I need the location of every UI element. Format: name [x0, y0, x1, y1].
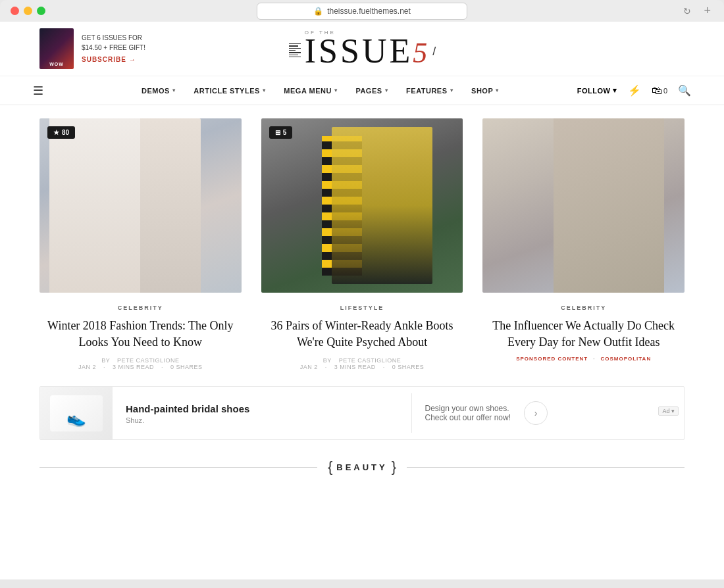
article-category-2: LIFESTYLE [261, 305, 463, 311]
nav-item-article-styles[interactable]: ARTICLE STYLES ▾ [194, 87, 265, 95]
ad-description-area: Design your own shoes.Check out our offe… [412, 401, 685, 425]
fashion-image-1 [39, 118, 242, 293]
browser-titlebar: 🔒 theissue.fuelthemes.net ↻ + [0, 7, 724, 22]
subscription-info: GET 6 ISSUES FOR $14.50 + FREE GIFT! SUB… [82, 33, 145, 64]
address-bar[interactable]: 🔒 theissue.fuelthemes.net [257, 3, 467, 20]
author-label: BY [101, 357, 112, 364]
nav-item-features[interactable]: FEATURES ▾ [406, 87, 453, 95]
url-text: theissue.fuelthemes.net [327, 7, 411, 16]
section-line-right [407, 467, 685, 468]
date-1: JAN 2 [78, 364, 96, 370]
article-image-1[interactable]: ★ 80 [39, 118, 242, 293]
ad-content: Hand-painted bridal shoes Shuz. [113, 403, 411, 425]
ad-arrow-button[interactable]: › [524, 401, 548, 425]
chevron-down-icon: ▾ [496, 87, 499, 93]
subscription-box: GET 6 ISSUES FOR $14.50 + FREE GIFT! SUB… [39, 28, 145, 69]
article-tags-3: SPONSORED CONTENT · COSMOPOLITAN [482, 356, 685, 362]
article-title-1[interactable]: Winter 2018 Fashion Trends: The Only Loo… [39, 318, 242, 351]
brace-close: } [392, 458, 396, 476]
nav-item-demos[interactable]: DEMOS ▾ [142, 87, 175, 95]
article-image-2[interactable]: ⊞ 5 [261, 118, 463, 293]
tag-sponsored[interactable]: SPONSORED CONTENT [516, 356, 588, 362]
chevron-down-icon: ▾ [385, 87, 388, 93]
shares-2: 0 SHARES [392, 364, 425, 370]
magazine-thumbnail [39, 28, 74, 69]
page-content: GET 6 ISSUES FOR $14.50 + FREE GIFT! SUB… [0, 22, 724, 579]
fashion-image-3 [482, 118, 685, 293]
ad-title: Hand-painted bridal shoes [126, 403, 398, 416]
gallery-icon: ⊞ [275, 129, 280, 136]
logo-slash: / [432, 45, 436, 59]
author-1: PETE CASTIGLIONE [117, 357, 180, 364]
nav-items: DEMOS ▾ ARTICLE STYLES ▾ MEGA MENU ▾ PAG… [63, 87, 577, 95]
chevron-down-icon: ▾ [334, 87, 338, 93]
article-meta-2: BY PETE CASTIGLIONE JAN 2 · 3 MINS READ … [261, 357, 463, 370]
lock-icon: 🔒 [313, 7, 323, 16]
tag-cosmopolitan[interactable]: COSMOPOLITAN [600, 356, 651, 362]
article-grid: ★ 80 CELEBRITY Winter 2018 Fashion Trend… [0, 105, 724, 370]
ad-banner: Hand-painted bridal shoes Shuz. Design y… [39, 386, 685, 440]
main-nav: ☰ DEMOS ▾ ARTICLE STYLES ▾ MEGA MENU ▾ P… [0, 76, 724, 105]
bag-icon: 🛍 [652, 85, 662, 97]
subscribe-link[interactable]: SUBSCRIBE [82, 56, 136, 63]
read-time-2: 3 MINS READ [334, 364, 376, 370]
ad-description: Design your own shoes.Check out our offe… [412, 404, 525, 422]
star-icon: ★ [53, 129, 59, 136]
promo-line: GET 6 ISSUES FOR [82, 33, 145, 43]
section-line-left [39, 467, 317, 468]
read-time-1: 3 MINS READ [113, 364, 154, 370]
article-image-3[interactable] [482, 118, 685, 293]
browser-chrome: 🔒 theissue.fuelthemes.net ↻ + [0, 0, 724, 22]
article-title-3[interactable]: The Influencer We Actually Do Check Ever… [482, 318, 685, 351]
logo-main-text: ISSUE5 [305, 34, 430, 68]
logo-text-area: OF THE ISSUE5 [305, 30, 430, 68]
maximize-button[interactable] [37, 7, 45, 15]
article-badge-1: ★ 80 [47, 126, 75, 139]
ad-shoe-image [50, 395, 103, 431]
section-title: BEAUTY [336, 462, 387, 472]
price-text: $14.50 + FREE GIFT! [82, 43, 145, 53]
nav-right: FOLLOW ▾ ⚡ 🛍 0 🔍 [577, 84, 691, 97]
section-header-beauty: { BEAUTY } [39, 458, 685, 476]
tag-separator: · [593, 356, 595, 362]
shares-1: 0 SHARES [170, 364, 203, 370]
hamburger-menu[interactable]: ☰ [33, 84, 43, 98]
ad-image [40, 386, 113, 440]
article-category-3: CELEBRITY [482, 305, 685, 311]
chevron-down-icon: ▾ [450, 87, 453, 93]
logo-container: OF THE ISSUE5 / [289, 30, 436, 68]
article-meta-1: BY PETE CASTIGLIONE JAN 2 · 3 MINS READ … [39, 357, 242, 370]
lightning-icon[interactable]: ⚡ [628, 84, 641, 97]
logo-area: OF THE ISSUE5 / [145, 30, 579, 68]
minimize-button[interactable] [24, 7, 32, 15]
date-2: JAN 2 [300, 364, 318, 370]
ad-badge[interactable]: Ad ▾ [658, 406, 679, 416]
article-category-1: CELEBRITY [39, 305, 242, 311]
chevron-down-icon: ▾ [613, 86, 617, 95]
author-2: PETE CASTIGLIONE [339, 357, 401, 364]
article-badge-2: ⊞ 5 [269, 126, 293, 139]
article-title-2[interactable]: 36 Pairs of Winter-Ready Ankle Boots We'… [261, 318, 463, 351]
search-icon[interactable]: 🔍 [678, 84, 691, 97]
traffic-lights [11, 7, 45, 15]
cart-button[interactable]: 🛍 0 [652, 85, 667, 97]
new-tab-button[interactable]: + [704, 4, 711, 18]
fashion-image-2 [261, 118, 463, 293]
chevron-down-icon: ▾ [263, 87, 266, 93]
nav-item-pages[interactable]: PAGES ▾ [355, 87, 388, 95]
chevron-down-icon: ▾ [172, 87, 176, 93]
logo-barcode [289, 43, 301, 57]
author-label-2: BY [323, 357, 334, 364]
close-button[interactable] [11, 7, 19, 15]
brace-open: { [328, 458, 332, 476]
article-card-2: ⊞ 5 LIFESTYLE 36 Pairs of Winter-Ready A… [251, 118, 473, 370]
nav-item-mega-menu[interactable]: MEGA MENU ▾ [284, 87, 337, 95]
ad-subtitle: Shuz. [126, 416, 398, 424]
article-card-3: CELEBRITY The Influencer We Actually Do … [473, 118, 685, 370]
section-title-wrap: { BEAUTY } [317, 458, 407, 476]
nav-item-shop[interactable]: SHOP ▾ [471, 87, 499, 95]
top-banner: GET 6 ISSUES FOR $14.50 + FREE GIFT! SUB… [0, 22, 724, 76]
follow-button[interactable]: FOLLOW ▾ [577, 86, 617, 95]
article-card-1: ★ 80 CELEBRITY Winter 2018 Fashion Trend… [39, 118, 251, 370]
reload-icon[interactable]: ↻ [683, 6, 691, 16]
